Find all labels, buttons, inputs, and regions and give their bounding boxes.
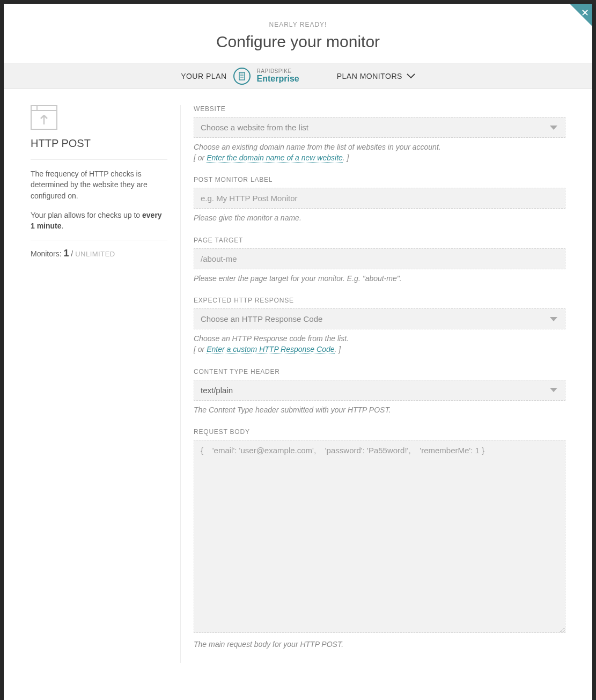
sidebar-title: HTTP POST [31, 137, 167, 160]
monitors-limit: UNLIMITED [75, 250, 115, 258]
content-type-hint: The Content Type header submitted with y… [194, 405, 565, 416]
field-request-body: REQUEST BODY The main request body for y… [194, 428, 565, 650]
page-title: Configure your monitor [4, 33, 592, 51]
http-post-icon [31, 105, 57, 130]
page-target-hint: Please enter the page target for your mo… [194, 274, 565, 284]
content-type-label: CONTENT TYPE HEADER [194, 368, 565, 375]
expected-response-label: EXPECTED HTTP RESPONSE [194, 297, 565, 304]
page-target-input[interactable] [194, 248, 565, 269]
expected-response-hint: Choose an HTTP Response code from the li… [194, 334, 565, 355]
modal-header: NEARLY READY! Configure your monitor [4, 4, 592, 63]
plan-monitors-label: PLAN MONITORS [337, 72, 402, 80]
post-label-label: POST MONITOR LABEL [194, 176, 565, 183]
request-body-label: REQUEST BODY [194, 428, 565, 436]
caret-down-icon [550, 126, 557, 130]
svg-rect-0 [239, 72, 245, 80]
content-type-select[interactable]: text/plain [194, 380, 565, 401]
expected-response-select[interactable]: Choose an HTTP Response Code [194, 308, 565, 329]
website-hint: Choose an existing domain name from the … [194, 142, 565, 163]
field-expected-response: EXPECTED HTTP RESPONSE Choose an HTTP Re… [194, 297, 565, 355]
request-body-hint: The main request body for your HTTP POST… [194, 639, 565, 650]
website-label: WEBSITE [194, 105, 565, 113]
post-label-hint: Please give the monitor a name. [194, 213, 565, 224]
brand-text: RAPIDSPIKE Enterprise [257, 68, 299, 84]
your-plan-label: YOUR PLAN [181, 72, 226, 80]
caret-down-icon [550, 388, 557, 392]
plan-bar: YOUR PLAN RAPIDSPIKE Enterprise PLAN MON… [4, 63, 592, 89]
plan-name: Enterprise [257, 74, 299, 84]
sidebar-desc-plan: Your plan allows for checks up to every … [31, 210, 167, 232]
page-target-label: PAGE TARGET [194, 237, 565, 244]
post-label-input[interactable] [194, 188, 565, 209]
sidebar-desc-frequency: The frequency of HTTP checks is determin… [31, 168, 167, 201]
caret-down-icon [550, 317, 557, 321]
request-body-textarea[interactable] [194, 440, 565, 633]
sidebar-divider [31, 240, 167, 240]
form-area: WEBSITE Choose a website from the list C… [181, 105, 565, 663]
sidebar: HTTP POST The frequency of HTTP checks i… [31, 105, 181, 663]
field-website: WEBSITE Choose a website from the list C… [194, 105, 565, 163]
chevron-down-icon [407, 71, 415, 81]
field-content-type: CONTENT TYPE HEADER text/plain The Conte… [194, 368, 565, 416]
custom-response-link[interactable]: Enter a custom HTTP Response Code [207, 345, 334, 354]
website-select[interactable]: Choose a website from the list [194, 117, 565, 138]
monitors-count: 1 [63, 248, 69, 259]
monitors-label: Monitors: [31, 249, 62, 258]
new-website-link[interactable]: Enter the domain name of a new website [207, 153, 343, 163]
rapidspike-logo-icon [233, 68, 251, 85]
your-plan-section: YOUR PLAN RAPIDSPIKE Enterprise [181, 68, 299, 85]
field-page-target: PAGE TARGET Please enter the page target… [194, 237, 565, 284]
header-eyebrow: NEARLY READY! [4, 21, 592, 28]
brand-name: RAPIDSPIKE [257, 68, 299, 74]
monitors-summary: Monitors: 1 / UNLIMITED [31, 248, 167, 259]
modal-content: HTTP POST The frequency of HTTP checks i… [4, 89, 592, 663]
field-post-label: POST MONITOR LABEL Please give the monit… [194, 176, 565, 224]
close-icon[interactable]: ✕ [581, 7, 589, 19]
plan-monitors-dropdown[interactable]: PLAN MONITORS [337, 71, 415, 81]
modal-dialog: ✕ NEARLY READY! Configure your monitor Y… [4, 4, 592, 700]
